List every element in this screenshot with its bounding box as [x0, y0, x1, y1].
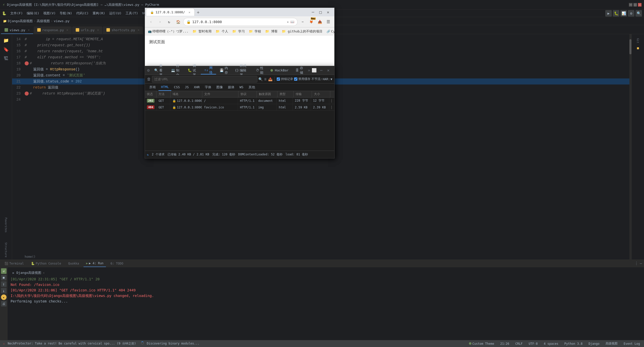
- devtools-tab-console[interactable]: 💻 控制台: [168, 66, 184, 74]
- debug-button[interactable]: 🐛: [613, 10, 619, 17]
- status-indent[interactable]: 4 spaces: [543, 342, 559, 345]
- close-button[interactable]: ✕: [638, 3, 641, 7]
- browser-refresh-button[interactable]: ↻: [165, 18, 173, 26]
- breadcrumb-folder[interactable]: 高级视图: [37, 19, 50, 23]
- menu-code[interactable]: 代码(C): [74, 10, 91, 17]
- import-har-icon[interactable]: 📤: [268, 77, 272, 81]
- run-panel-minimize-icon[interactable]: ─: [640, 262, 642, 266]
- filter-tab-xhr[interactable]: XHR: [191, 84, 202, 91]
- reader-icon[interactable]: 📖: [290, 20, 294, 24]
- browser-forward-button[interactable]: ›: [156, 18, 164, 26]
- devtools-more-tabs-icon[interactable]: »: [308, 68, 310, 73]
- right-sidebar-notifications-label[interactable]: 高级视图: [636, 255, 640, 259]
- breadcrumb-file[interactable]: views.py: [54, 19, 70, 23]
- clear-network-button[interactable]: 🗑: [147, 77, 151, 81]
- bookmark-blog[interactable]: 📁 博客: [264, 29, 279, 34]
- bookmark-bilibili[interactable]: 📺 哔哩哔哩（-°）づ罗...: [147, 29, 189, 34]
- status-time[interactable]: 21:26: [499, 342, 510, 345]
- throttle-dropdown[interactable]: 不节流: HAR: ▼: [311, 77, 332, 81]
- editor-scrollbar-thumb[interactable]: [629, 39, 631, 54]
- bookmark-study[interactable]: 📁 学习: [231, 29, 246, 34]
- browser-new-tab-button[interactable]: +: [195, 9, 202, 16]
- status-event-log[interactable]: Event Log: [623, 342, 641, 345]
- tab-shortcuts[interactable]: shortcuts.py ✕: [103, 26, 143, 34]
- filter-tab-css[interactable]: CSS: [171, 84, 182, 91]
- status-python-version[interactable]: Python 3.8: [563, 342, 583, 345]
- scroll-down-button[interactable]: ↓: [1, 288, 7, 293]
- filter-tab-images[interactable]: 图像: [214, 84, 225, 91]
- tab-quokka[interactable]: Quokka: [66, 260, 82, 267]
- browser-tab-close[interactable]: ✕: [188, 11, 190, 14]
- menu-refactor[interactable]: 重构(R): [91, 10, 107, 17]
- star-icon[interactable]: ★: [287, 20, 289, 24]
- run-stop-button[interactable]: ■: [1, 275, 7, 280]
- status-branch[interactable]: 高级视图: [605, 341, 619, 346]
- status-theme[interactable]: Custom Theme: [468, 342, 495, 345]
- browser-home-button[interactable]: 🏠: [174, 18, 182, 26]
- tab-todo[interactable]: 6: TODO: [108, 260, 126, 267]
- browser-back-button[interactable]: ‹: [147, 18, 155, 26]
- status-django[interactable]: Django: [588, 342, 600, 345]
- devtools-tab-inspector[interactable]: 🔍 查看器: [151, 66, 167, 74]
- browser-pocket-button[interactable]: 📥: [316, 18, 324, 26]
- run-restart-button[interactable]: ↺: [1, 268, 7, 274]
- right-sidebar-git-label[interactable]: Git: [636, 36, 639, 45]
- menu-edit[interactable]: 编辑(E): [25, 10, 41, 17]
- maximize-button[interactable]: □: [633, 3, 637, 7]
- devtools-tab-memory[interactable]: 💾 内存: [216, 66, 231, 74]
- devtools-tab-debugger[interactable]: 🐛 调试器: [184, 66, 201, 74]
- browser-maximize-button[interactable]: □: [317, 9, 324, 15]
- filter-tab-other[interactable]: 其他: [246, 84, 258, 91]
- network-row-2[interactable]: 404 GET 🔒127.0.0.1:8000 favicon.ico HTTP…: [145, 104, 334, 111]
- browser-extensions-button[interactable]: ⋯: [299, 18, 307, 26]
- sidebar-structure-label[interactable]: Structure: [4, 240, 8, 259]
- search-button[interactable]: 🔍: [635, 10, 642, 17]
- sidebar-bookmarks-icon[interactable]: 🔖: [2, 45, 10, 53]
- pause-network-icon[interactable]: ⏸: [264, 77, 267, 81]
- devtools-close-btn[interactable]: ✕: [325, 67, 331, 73]
- tab-run[interactable]: ▶ ▶ 4: Run: [84, 260, 106, 267]
- sidebar-favorites-label[interactable]: Favorites: [4, 215, 8, 235]
- tab-shortcuts-close[interactable]: ✕: [138, 28, 139, 32]
- persist-log-checkbox[interactable]: [277, 77, 280, 81]
- editor-scrollbar[interactable]: [629, 34, 631, 259]
- tab-views[interactable]: views.py ✕: [1, 26, 33, 34]
- filter-tab-fonts[interactable]: 字体: [202, 84, 214, 91]
- scroll-up-button[interactable]: ↑: [1, 281, 7, 287]
- run-close-icon[interactable]: ✕: [43, 271, 45, 275]
- filter-tab-ws[interactable]: WS: [237, 84, 246, 91]
- tab-views-close[interactable]: ✕: [28, 28, 30, 32]
- sidebar-structure-icon[interactable]: 🏗: [2, 54, 10, 62]
- profile-button[interactable]: 📊: [620, 10, 627, 17]
- settings-button[interactable]: ⚙: [628, 10, 634, 17]
- breadcrumb-project[interactable]: Django高级视图: [8, 19, 33, 23]
- run-panel-more-icon[interactable]: ⋮: [634, 261, 638, 266]
- bookmark-cyberseek[interactable]: 🔗 Cyberseek: [326, 29, 334, 34]
- devtools-tab-hackbar[interactable]: HackBar: [267, 66, 292, 74]
- devtools-tab-performance[interactable]: ⏱ 性能: [252, 66, 267, 74]
- minimize-button[interactable]: ─: [629, 3, 632, 7]
- browser-menu-button[interactable]: ☰: [324, 18, 332, 26]
- search-network-icon[interactable]: 🔍: [258, 77, 263, 81]
- menu-file[interactable]: 文件(F): [8, 10, 25, 17]
- browser-active-tab[interactable]: 🔒 127.0.0.1:8000/ ✕: [146, 8, 195, 16]
- filter-tab-js[interactable]: JS: [182, 84, 191, 91]
- disable-cache-checkbox[interactable]: [294, 77, 297, 81]
- menu-view[interactable]: 视图(V): [41, 10, 58, 17]
- tab-python-console[interactable]: 🐍Python Console: [28, 260, 64, 267]
- devtools-tab-storage[interactable]: 🗄 存储: [292, 66, 307, 74]
- status-line-ending[interactable]: CRLF: [514, 342, 524, 345]
- browser-sync-button[interactable]: 🦊 New: [307, 18, 315, 26]
- menu-nav[interactable]: 导航(N): [58, 10, 74, 17]
- devtools-tab-style-editor[interactable]: {} 样式编辑器: [231, 66, 252, 74]
- bookmark-temp[interactable]: 📁 暂时有用: [191, 29, 213, 34]
- refresh-devtools-icon[interactable]: ↻: [147, 153, 149, 156]
- tab-response-close[interactable]: ✕: [66, 28, 68, 32]
- tab-response[interactable]: response.py ✕: [34, 26, 72, 34]
- network-row-1[interactable]: 202 GET 🔒127.0.0.1:8000 / HTTP/1.1 docum…: [145, 98, 334, 104]
- network-filter-input[interactable]: [152, 76, 257, 82]
- filter-tab-all[interactable]: 所有: [147, 84, 158, 91]
- status-encoding[interactable]: UTF-8: [528, 342, 539, 345]
- filter-tab-html[interactable]: HTML: [158, 84, 171, 91]
- run-print-button[interactable]: 🖨: [1, 301, 7, 307]
